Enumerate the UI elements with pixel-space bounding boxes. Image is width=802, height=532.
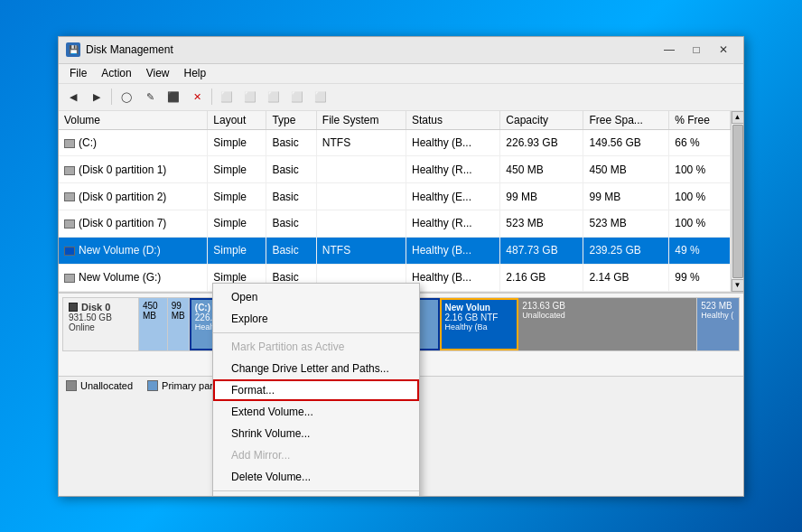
col-type[interactable]: Type <box>266 111 316 130</box>
toolbar-btn-11[interactable]: ⬜ <box>310 87 331 107</box>
table-scrollbar[interactable]: ▲ ▼ <box>731 111 743 292</box>
toolbar-btn-5[interactable]: ⬛ <box>163 87 184 107</box>
table-cell: Healthy (R... <box>406 210 499 237</box>
col-freespace[interactable]: Free Spa... <box>583 111 669 130</box>
table-cell: Basic <box>266 210 316 237</box>
table-cell: 2.14 GB <box>583 264 669 291</box>
table-cell: (Disk 0 partition 1) <box>59 156 208 183</box>
table-cell: Healthy (E... <box>406 183 499 210</box>
table-cell: Basic <box>266 183 316 210</box>
table-cell: New Volume (D:) <box>59 237 208 264</box>
disk-partition[interactable]: 213.63 GBUnallocated <box>518 298 697 350</box>
toolbar-btn-4[interactable]: ✎ <box>139 87 161 107</box>
window-title: Disk Management <box>86 43 657 56</box>
col-status[interactable]: Status <box>406 111 499 130</box>
menu-view[interactable]: View <box>139 65 177 81</box>
table-cell: Healthy (B... <box>406 264 499 291</box>
disk-partition[interactable]: 523 MBHealthy ( <box>697 298 739 350</box>
context-menu-item[interactable]: Delete Volume... <box>213 466 419 488</box>
context-menu-item[interactable]: Explore <box>213 308 419 330</box>
back-button[interactable]: ◀ <box>62 87 84 107</box>
context-menu-item[interactable]: Properties <box>213 494 419 496</box>
disk-partition[interactable]: New Volun2.16 GB NTFHealthy (Ba <box>440 298 519 350</box>
forward-button[interactable]: ▶ <box>86 87 107 107</box>
toolbar-btn-8[interactable]: ⬜ <box>239 87 261 107</box>
scroll-down[interactable]: ▼ <box>732 279 744 292</box>
close-button[interactable]: ✕ <box>711 41 736 59</box>
table-cell: Basic <box>266 237 316 264</box>
toolbar-btn-7[interactable]: ⬜ <box>216 87 238 107</box>
context-menu-item[interactable]: Shrink Volume... <box>213 423 419 444</box>
context-menu-item[interactable]: Open <box>213 286 419 308</box>
app-icon: 💾 <box>66 42 80 57</box>
table-cell <box>316 210 406 237</box>
disk-label-0: Disk 0 931.50 GB Online <box>62 297 139 351</box>
context-menu-item: Add Mirror... <box>213 444 419 466</box>
legend-box-unalloc <box>66 380 77 391</box>
table-row[interactable]: (C:)SimpleBasicNTFSHealthy (B...226.93 G… <box>59 129 731 156</box>
col-volume[interactable]: Volume <box>59 111 208 130</box>
scroll-up[interactable]: ▲ <box>732 111 744 124</box>
toolbar-btn-6[interactable]: ✕ <box>186 87 208 107</box>
table-cell: Simple <box>208 210 266 237</box>
table-cell: 450 MB <box>500 156 583 183</box>
table-row[interactable]: New Volume (D:)SimpleBasicNTFSHealthy (B… <box>59 237 731 264</box>
menu-file[interactable]: File <box>62 65 94 81</box>
maximize-button[interactable]: □ <box>684 41 709 59</box>
legend-unallocated: Unallocated <box>66 380 133 391</box>
minimize-button[interactable]: — <box>657 41 682 59</box>
menu-help[interactable]: Help <box>177 65 214 81</box>
context-menu: OpenExploreMark Partition as ActiveChang… <box>212 283 420 496</box>
toolbar-btn-10[interactable]: ⬜ <box>286 87 308 107</box>
volume-table-wrapper[interactable]: Volume Layout Type File System Status Ca… <box>59 111 743 292</box>
context-menu-item[interactable]: Change Drive Letter and Paths... <box>213 358 419 379</box>
col-capacity[interactable]: Capacity <box>500 111 583 130</box>
col-filesystem[interactable]: File System <box>316 111 406 130</box>
table-row[interactable]: (Disk 0 partition 7)SimpleBasicHealthy (… <box>59 210 731 237</box>
table-row[interactable]: (Disk 0 partition 1)SimpleBasicHealthy (… <box>59 156 731 183</box>
table-cell: NTFS <box>316 129 406 156</box>
table-cell: 66 % <box>669 129 731 156</box>
table-cell: 99 MB <box>500 183 583 210</box>
table-cell: 2.16 GB <box>500 264 583 291</box>
scroll-thumb[interactable] <box>732 125 743 278</box>
title-bar: 💾 Disk Management — □ ✕ <box>59 37 743 64</box>
context-menu-item[interactable]: Extend Volume... <box>213 401 419 423</box>
table-cell: (C:) <box>59 129 208 156</box>
table-cell: 149.56 GB <box>583 129 669 156</box>
disk-partition[interactable]: 450 MB <box>139 298 168 350</box>
table-cell <box>316 183 406 210</box>
legend-label-unalloc: Unallocated <box>80 380 133 391</box>
toolbar-btn-9[interactable]: ⬜ <box>263 87 284 107</box>
table-row[interactable]: (Disk 0 partition 2)SimpleBasicHealthy (… <box>59 183 731 210</box>
col-pctfree[interactable]: % Free <box>669 111 731 130</box>
table-cell: 99 MB <box>583 183 669 210</box>
table-cell: 450 MB <box>583 156 669 183</box>
col-layout[interactable]: Layout <box>208 111 266 130</box>
table-cell: (Disk 0 partition 7) <box>59 210 208 237</box>
table-cell: 239.25 GB <box>583 237 669 264</box>
toolbar: ◀ ▶ ◯ ✎ ⬛ ✕ ⬜ ⬜ ⬜ ⬜ ⬜ <box>59 84 743 111</box>
context-menu-separator <box>213 332 419 333</box>
toolbar-btn-3[interactable]: ◯ <box>116 87 137 107</box>
legend-box-primary <box>147 380 158 391</box>
context-menu-item: Mark Partition as Active <box>213 336 419 358</box>
table-cell: 100 % <box>669 183 731 210</box>
table-cell: 99 % <box>669 264 731 291</box>
table-cell: Simple <box>208 129 266 156</box>
table-cell: 226.93 GB <box>500 129 583 156</box>
table-cell: Basic <box>266 156 316 183</box>
menu-bar: File Action View Help <box>59 64 743 84</box>
table-cell: 523 MB <box>583 210 669 237</box>
context-menu-item[interactable]: Format... <box>213 379 419 401</box>
window-controls: — □ ✕ <box>657 41 736 59</box>
table-cell: 487.73 GB <box>500 237 583 264</box>
table-cell: New Volume (G:) <box>59 264 208 291</box>
toolbar-separator-2 <box>211 89 212 105</box>
table-cell: 100 % <box>669 210 731 237</box>
disk-partition[interactable]: 99 MB <box>168 298 190 350</box>
table-cell: 49 % <box>669 237 731 264</box>
content-area: Volume Layout Type File System Status Ca… <box>59 111 743 496</box>
table-cell: Healthy (B... <box>406 237 499 264</box>
menu-action[interactable]: Action <box>94 65 138 81</box>
